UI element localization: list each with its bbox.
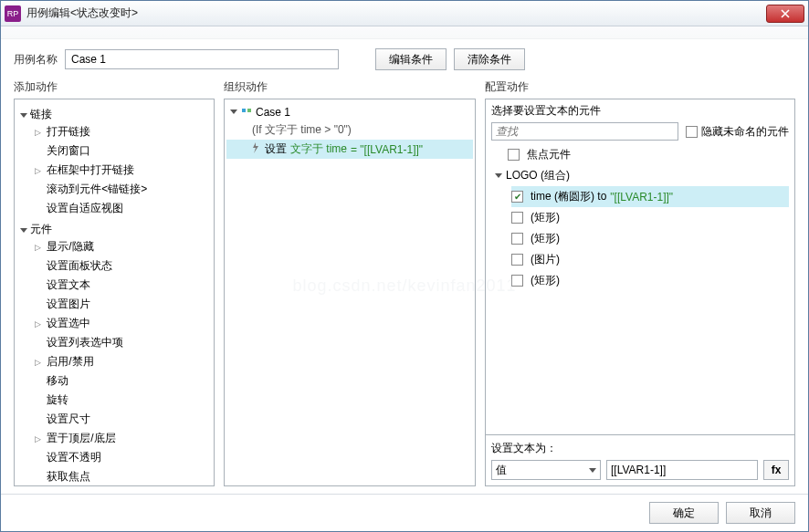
cfg-item-image[interactable]: (图片) xyxy=(511,249,789,270)
cfg-tree: 焦点元件 LOGO (组合) time (椭圆形) to "[[LVAR1-1]… xyxy=(491,144,789,291)
case-icon xyxy=(241,105,252,119)
app-icon: RP xyxy=(5,5,21,22)
search-input[interactable] xyxy=(491,122,678,141)
tree-item[interactable]: 关闭窗口 xyxy=(35,141,210,161)
tree-item[interactable]: 设置选中 xyxy=(35,314,210,333)
configure-panel: 选择要设置文本的元件 隐藏未命名的元件 焦点元件 LOGO (组合) time … xyxy=(485,99,795,486)
edit-condition-button[interactable]: 编辑条件 xyxy=(375,48,447,70)
toolbar-ghost xyxy=(1,26,808,39)
col-org-label: 组织动作 xyxy=(224,79,476,95)
add-actions-panel[interactable]: 链接 打开链接 关闭窗口 在框架中打开链接 滚动到元件<锚链接> 设置自适应视图… xyxy=(14,99,215,486)
chevron-down-icon xyxy=(589,468,596,473)
case-name-input[interactable] xyxy=(65,49,339,69)
tree-item[interactable]: 设置文本 xyxy=(35,276,210,295)
set-text-as-label: 设置文本为： xyxy=(491,441,789,456)
tree-item[interactable]: 设置面板状态 xyxy=(35,256,210,276)
window-title: 用例编辑<状态改变时> xyxy=(26,5,766,21)
tree-item[interactable]: 设置列表选中项 xyxy=(35,333,210,352)
cfg-item-rect[interactable]: (矩形) xyxy=(511,228,789,249)
cfg-item-rect[interactable]: (矩形) xyxy=(511,270,789,291)
tree-item[interactable]: 设置自适应视图 xyxy=(35,199,210,218)
cfg-item-focus[interactable]: 焦点元件 xyxy=(495,144,789,165)
org-action-target: 文字于 time xyxy=(290,141,347,157)
cfg-top: 选择要设置文本的元件 隐藏未命名的元件 焦点元件 LOGO (组合) time … xyxy=(486,99,794,298)
tree-item[interactable]: 获取焦点 xyxy=(35,467,210,486)
org-action-prefix: 设置 xyxy=(265,141,287,157)
cancel-button[interactable]: 取消 xyxy=(726,502,795,524)
columns: 添加动作 链接 打开链接 关闭窗口 在框架中打开链接 滚动到元件<锚链接> 设置… xyxy=(1,76,808,494)
tree-item[interactable]: 显示/隐藏 xyxy=(35,237,210,256)
dialog-window: RP 用例编辑<状态改变时> 用例名称 编辑条件 清除条件 添加动作 链接 打开… xyxy=(0,0,809,532)
fx-button[interactable]: fx xyxy=(763,460,789,480)
case-name-label: 用例名称 xyxy=(14,52,58,68)
org-case[interactable]: Case 1 xyxy=(226,103,473,120)
col-add-label: 添加动作 xyxy=(14,79,215,95)
col-configure: 配置动作 选择要设置文本的元件 隐藏未命名的元件 焦点元件 LOGO (组合) … xyxy=(485,79,795,486)
close-button[interactable] xyxy=(766,5,804,23)
value-input[interactable] xyxy=(606,460,758,480)
col-add-actions: 添加动作 链接 打开链接 关闭窗口 在框架中打开链接 滚动到元件<锚链接> 设置… xyxy=(14,79,215,486)
org-action-set-text[interactable]: 设置 文字于 time = "[[LVAR1-1]]" xyxy=(226,140,473,159)
tree-item[interactable]: 设置尺寸 xyxy=(35,410,210,429)
svg-rect-0 xyxy=(242,109,246,112)
organize-panel[interactable]: Case 1 (If 文字于 time > "0") 设置 文字于 time =… xyxy=(224,99,476,486)
tree-item[interactable]: 启用/禁用 xyxy=(35,352,210,371)
tree-group-widgets[interactable]: 元件 显示/隐藏 设置面板状态 设置文本 设置图片 设置选中 设置列表选中项 启… xyxy=(20,220,210,486)
cfg-group-logo[interactable]: LOGO (组合) xyxy=(495,165,789,186)
tree-item[interactable]: 置于顶层/底层 xyxy=(35,429,210,448)
tree-item[interactable]: 旋转 xyxy=(35,391,210,410)
svg-rect-1 xyxy=(247,109,251,112)
cfg-item-rect[interactable]: (矩形) xyxy=(511,207,789,228)
value-type-dropdown[interactable]: 值 xyxy=(491,460,601,480)
header-row: 用例名称 编辑条件 清除条件 xyxy=(1,39,808,76)
ok-button[interactable]: 确定 xyxy=(649,502,719,524)
titlebar[interactable]: RP 用例编辑<状态改变时> xyxy=(1,1,808,26)
tree-item[interactable]: 移动 xyxy=(35,371,210,391)
close-icon xyxy=(781,9,790,18)
tree-item[interactable]: 打开链接 xyxy=(35,122,210,141)
cfg-select-label: 选择要设置文本的元件 xyxy=(491,103,789,119)
cfg-bottom: 设置文本为： 值 fx xyxy=(486,434,794,485)
cfg-item-time[interactable]: time (椭圆形) to "[[LVAR1-1]]" xyxy=(511,186,789,207)
tree-item[interactable]: 设置图片 xyxy=(35,295,210,314)
org-case-label: Case 1 xyxy=(256,106,290,119)
col-cfg-label: 配置动作 xyxy=(485,79,795,95)
tree-group-links[interactable]: 链接 打开链接 关闭窗口 在框架中打开链接 滚动到元件<锚链接> 设置自适应视图 xyxy=(20,105,210,220)
hide-unnamed-checkbox[interactable]: 隐藏未命名的元件 xyxy=(686,124,789,140)
tree-item[interactable]: 滚动到元件<锚链接> xyxy=(35,180,210,199)
org-condition[interactable]: (If 文字于 time > "0") xyxy=(226,120,473,140)
tree-item[interactable]: 设置不透明 xyxy=(35,448,210,467)
chevron-down-icon xyxy=(230,110,237,114)
col-organize: 组织动作 Case 1 (If 文字于 time > "0") 设置 文字于 t… xyxy=(224,79,476,486)
bolt-icon xyxy=(250,142,261,156)
org-action-value: = "[[LVAR1-1]]" xyxy=(351,143,423,156)
clear-condition-button[interactable]: 清除条件 xyxy=(454,48,525,70)
footer: 确定 取消 xyxy=(1,494,808,531)
tree-item[interactable]: 在框架中打开链接 xyxy=(35,161,210,180)
